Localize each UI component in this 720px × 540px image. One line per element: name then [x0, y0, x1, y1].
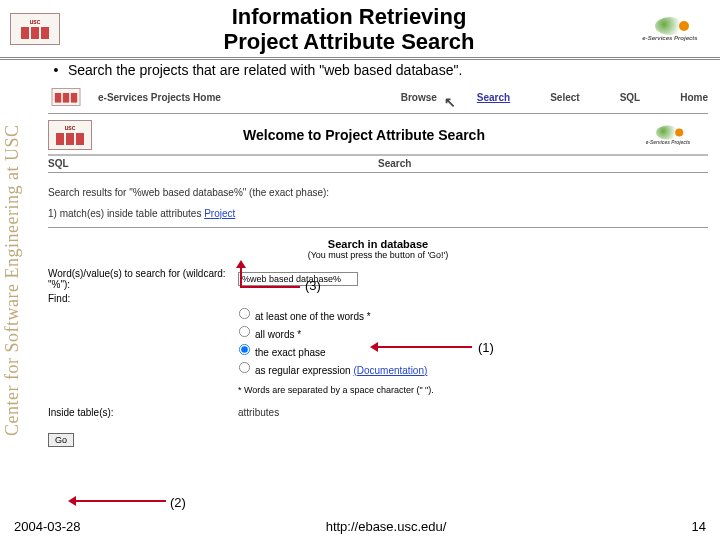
nav-select[interactable]: Select [550, 92, 579, 103]
welcome-title: Welcome to Project Attribute Search [100, 127, 628, 143]
opt-exact[interactable]: the exact phase [238, 343, 708, 361]
sub-usc-logo: USC [48, 120, 92, 150]
results-match-link[interactable]: Project [204, 208, 235, 219]
opt-allwords[interactable]: all words * [238, 325, 708, 343]
results-match: 1) match(es) inside table attributes Pro… [48, 208, 708, 219]
title-line-1: Information Retrieving [232, 4, 467, 29]
opt-regex[interactable]: as regular expression (Documentation) [238, 361, 708, 379]
footer-page: 14 [692, 519, 706, 534]
nav-search[interactable]: Search [477, 92, 510, 103]
eservices-logo: e-Services Projects [630, 12, 710, 46]
footer: 2004-03-28 http://ebase.usc.edu/ 14 [0, 519, 720, 534]
sub-header: USC Welcome to Project Attribute Search … [48, 118, 708, 152]
sub-tabs: SQL Search [48, 158, 708, 169]
sub-eservices-logo: e-Services Projects [636, 121, 700, 148]
annotation-1: (1) [478, 340, 494, 355]
find-row: Find: [48, 293, 708, 304]
search-db-subtitle: (You must press the button of 'Go!') [48, 250, 708, 260]
bullet-content: Search the projects that are related wit… [68, 62, 462, 78]
results-match-text: 1) match(es) inside table attributes [48, 208, 204, 219]
title-line-2: Project Attribute Search [223, 29, 474, 54]
go-button[interactable]: Go [48, 433, 74, 447]
tab-search[interactable]: Search [378, 158, 708, 169]
nav-home[interactable]: e-Services Projects Home [98, 92, 221, 103]
words-label: Word(s)/value(s) to search for (wildcard… [48, 268, 238, 290]
tab-sql[interactable]: SQL [48, 158, 378, 169]
nav-main[interactable]: Home [680, 92, 708, 103]
usc-logo: USC [10, 13, 60, 45]
bullet-text: • Search the projects that are related w… [48, 62, 708, 78]
inside-row: Inside table(s): attributes [48, 407, 708, 418]
slide-title: Information Retrieving Project Attribute… [68, 4, 630, 55]
footer-url: http://ebase.usc.edu/ [326, 519, 447, 534]
nav-usc-logo [52, 88, 81, 106]
nav-sql[interactable]: SQL [620, 92, 641, 103]
screenshot-nav: e-Services Projects Home Browse Search S… [48, 84, 708, 110]
nav-browse[interactable]: Browse [401, 92, 437, 103]
footer-date: 2004-03-28 [14, 519, 81, 534]
sub-eservices-swirl-icon [656, 125, 680, 139]
bullet-marker: • [48, 62, 64, 78]
inside-value: attributes [238, 407, 279, 418]
title-bar: USC Information Retrieving Project Attri… [0, 0, 720, 60]
find-options: at least one of the words * all words * … [238, 307, 708, 379]
search-db-title: Search in database [48, 238, 708, 250]
annotation-2: (2) [170, 495, 186, 510]
words-note: * Words are separated by a space charact… [238, 385, 708, 395]
usc-logo-text: USC [30, 19, 41, 25]
eservices-label: e-Services Projects [642, 35, 697, 41]
words-input[interactable]: %web based database% [238, 272, 358, 286]
sidebar-label: Center for Software Engineering at USC [2, 60, 23, 500]
opt-atleast[interactable]: at least one of the words * [238, 307, 708, 325]
words-row: Word(s)/value(s) to search for (wildcard… [48, 268, 708, 290]
find-label: Find: [48, 293, 238, 304]
inside-label: Inside table(s): [48, 407, 238, 418]
cursor-icon: ↖ [444, 94, 456, 110]
eservices-swirl-icon [655, 17, 685, 35]
regex-doc-link[interactable]: (Documentation) [353, 365, 427, 376]
annotation-3: (3) [305, 278, 321, 293]
results-line: Search results for "%web based database%… [48, 187, 708, 198]
